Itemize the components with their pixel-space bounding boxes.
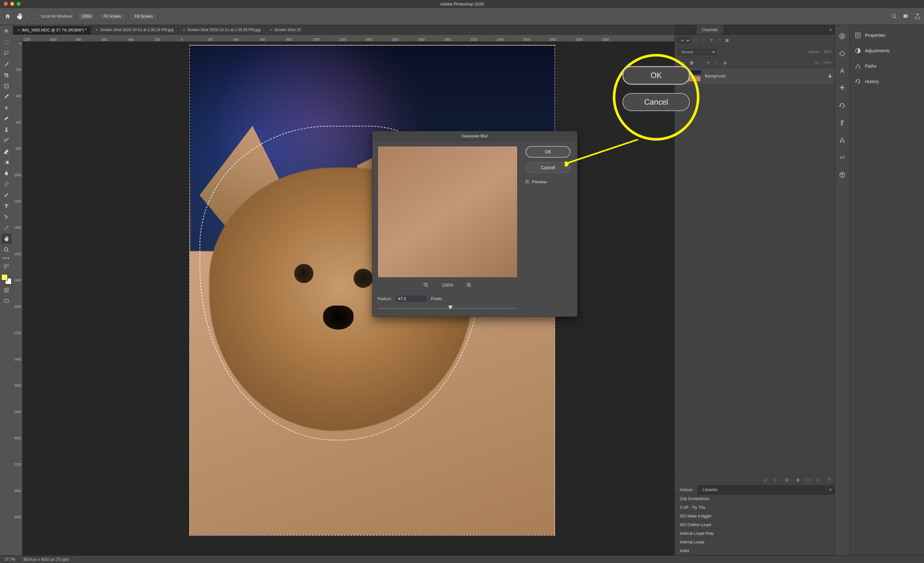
blend-mode-select[interactable]: Normal: [678, 49, 716, 55]
panel-menu-icon[interactable]: ≡: [826, 25, 835, 35]
fill-value[interactable]: 100%: [823, 61, 832, 65]
radius-slider[interactable]: [378, 306, 518, 311]
cancel-button[interactable]: Cancel: [525, 162, 570, 173]
gradient-tool[interactable]: [1, 157, 12, 168]
magic-wand-tool[interactable]: [1, 59, 12, 69]
lock-all-icon[interactable]: [723, 61, 728, 65]
action-item[interactable]: 001 Make it bigger: [675, 512, 835, 521]
close-window-button[interactable]: [4, 2, 8, 6]
filter-smart-icon[interactable]: [725, 38, 729, 43]
adjustment-icon[interactable]: [795, 477, 800, 482]
panel-adjustments[interactable]: Adjustments: [850, 43, 924, 59]
share-icon[interactable]: [914, 13, 921, 20]
action-item[interactable]: Internal Loupe Prep: [675, 529, 835, 538]
blur-tool[interactable]: [1, 168, 12, 179]
foreground-color-swatch[interactable]: [1, 274, 8, 281]
zoom-in-icon[interactable]: [466, 282, 472, 288]
lock-position-icon[interactable]: [706, 61, 711, 65]
crop-tool[interactable]: [1, 70, 12, 80]
more-tools-icon[interactable]: •••: [1, 255, 12, 261]
healing-tool[interactable]: [1, 103, 12, 113]
swatches-panel-icon[interactable]: [838, 50, 846, 57]
status-doc-info[interactable]: 3024 px x 4032 px (72 ppi): [23, 557, 69, 562]
opacity-value[interactable]: 100%: [823, 50, 832, 54]
brush-tool[interactable]: [1, 114, 12, 124]
tool-dropdown-arrow-icon[interactable]: ⌵: [27, 15, 29, 18]
dodge-tool[interactable]: [1, 179, 12, 189]
close-icon[interactable]: ×: [270, 27, 272, 32]
marquee-tool[interactable]: [1, 37, 12, 48]
lasso-tool[interactable]: [1, 48, 12, 59]
lock-artboard-icon[interactable]: [714, 61, 719, 65]
zoom-out-icon[interactable]: [423, 282, 429, 288]
close-icon[interactable]: ×: [96, 27, 98, 32]
slider-thumb-icon[interactable]: [448, 306, 453, 309]
line-tool[interactable]: [1, 223, 12, 233]
fx-icon[interactable]: fx: [774, 477, 778, 482]
layer-filter-select[interactable]: ▾: [678, 37, 691, 44]
tab-libraries[interactable]: Libraries: [698, 485, 723, 494]
zoom-level-field[interactable]: 100%: [78, 12, 95, 20]
glyphs-panel-icon[interactable]: [838, 137, 846, 144]
filter-shape-icon[interactable]: [717, 38, 722, 43]
character-panel-icon[interactable]: [838, 68, 846, 75]
layer-item-background[interactable]: Background: [675, 68, 835, 84]
filter-type-icon[interactable]: [710, 38, 714, 43]
mask-icon[interactable]: [784, 477, 789, 482]
maximize-window-button[interactable]: [16, 2, 21, 6]
panel-history[interactable]: History: [850, 74, 924, 89]
link-icon[interactable]: [763, 477, 768, 482]
home-button[interactable]: [3, 12, 12, 21]
screen-mode-button[interactable]: [1, 296, 12, 306]
document-tab[interactable]: ×Screen Shot 20: [266, 25, 306, 35]
close-icon[interactable]: ×: [183, 27, 185, 32]
radius-input[interactable]: [396, 295, 427, 302]
panel-properties[interactable]: Properties: [850, 28, 924, 43]
document-tab[interactable]: ×Screen Shot 2020-10-21 at 2.30.24 PM.jp…: [91, 25, 178, 35]
lock-icon[interactable]: [828, 74, 832, 78]
3d-panel-icon[interactable]: [838, 171, 846, 179]
panel-menu-icon[interactable]: ≡: [826, 485, 835, 494]
status-zoom[interactable]: 37.7%: [4, 557, 15, 562]
new-layer-icon[interactable]: [816, 477, 821, 482]
scroll-all-windows-checkbox[interactable]: Scroll All Windows: [33, 13, 74, 20]
filter-image-icon[interactable]: [694, 38, 699, 43]
lock-pixels-icon[interactable]: [698, 61, 702, 65]
trash-icon[interactable]: [827, 477, 832, 482]
minimize-window-button[interactable]: [10, 2, 14, 6]
edit-toolbar-button[interactable]: [1, 261, 12, 272]
stamp-tool[interactable]: [1, 125, 12, 135]
preview-checkbox[interactable]: Preview: [524, 179, 547, 184]
eraser-tool[interactable]: [1, 146, 12, 157]
zoom-tool[interactable]: [1, 245, 12, 255]
fill-screen-button[interactable]: Fill Screen: [130, 12, 158, 21]
history-brush-tool[interactable]: [1, 135, 12, 146]
document-tab[interactable]: ×Screen Shot 2020-10-21 at 2.39.39 PM.jp…: [178, 25, 265, 35]
move-tool[interactable]: [1, 26, 12, 37]
color-panel-icon[interactable]: [838, 33, 846, 40]
paragraph-panel-icon[interactable]: [838, 119, 846, 126]
status-arrow-icon[interactable]: 〉: [76, 557, 80, 562]
action-item[interactable]: Internal Loupe: [675, 538, 835, 546]
brushes-panel-icon[interactable]: [838, 85, 846, 92]
hand-tool[interactable]: [1, 234, 12, 244]
path-selection-tool[interactable]: [1, 212, 12, 222]
workspace-icon[interactable]: [903, 14, 909, 19]
fit-screen-button[interactable]: Fit Screen: [99, 12, 126, 21]
action-item[interactable]: 002 Outline Loupe: [675, 521, 835, 529]
frame-tool[interactable]: [1, 81, 12, 91]
action-item[interactable]: 3 UP - Try This: [675, 503, 835, 512]
close-icon[interactable]: ×: [17, 28, 20, 33]
blur-preview[interactable]: [378, 146, 518, 278]
group-icon[interactable]: [806, 477, 810, 482]
filter-adjust-icon[interactable]: [702, 38, 706, 43]
color-swatches[interactable]: [1, 274, 12, 284]
search-icon[interactable]: [891, 14, 897, 19]
quick-mask-button[interactable]: [1, 285, 12, 295]
undo-history-icon[interactable]: [838, 102, 846, 109]
eyedropper-tool[interactable]: [1, 92, 12, 102]
modify-panel-icon[interactable]: [838, 154, 846, 161]
lock-transparency-icon[interactable]: [690, 61, 694, 65]
action-item[interactable]: 2Up Screenshots: [675, 495, 835, 503]
document-tab[interactable]: ×IMG_3400.HEIC @ 37.7% (RGB/8*) *: [13, 25, 91, 35]
